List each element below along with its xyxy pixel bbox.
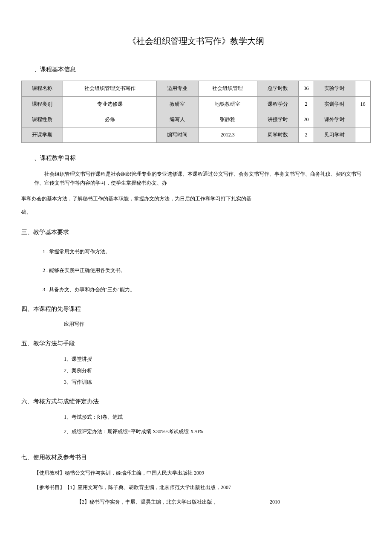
cell-label: 总学时数 bbox=[257, 81, 298, 96]
section5-heading: 五、教学方法与手段 bbox=[21, 339, 371, 348]
cell-value: 社会组织管理文书写作 bbox=[63, 81, 157, 96]
section2-para2: 事和办会的基本方法，了解秘书工作的基本职能，掌握办文的方法，为日后的工作和学习打… bbox=[21, 194, 371, 204]
cell-label: 课程学分 bbox=[257, 96, 298, 112]
section5-item1: 1、课堂讲授 bbox=[64, 355, 371, 363]
cell-value: 36 bbox=[299, 81, 314, 96]
cell-label: 实训学时 bbox=[314, 96, 355, 112]
section4-content: 应用写作 bbox=[64, 320, 371, 328]
cell-value: 社会组织管理 bbox=[198, 81, 257, 96]
ref2-text: 【2】秘书写作实务，李展、温昊主编，北京大学出版社出版， bbox=[77, 499, 217, 505]
document-title: 《社会组织管理文书写作》教学大纲 bbox=[21, 34, 371, 48]
course-info-table: 课程名称 社会组织管理文书写作 适用专业 社会组织管理 总学时数 36 实验学时… bbox=[21, 81, 371, 143]
cell-label: 适用专业 bbox=[157, 81, 198, 96]
section1-heading: 、课程基本信息 bbox=[21, 65, 371, 74]
cell-label: 见习学时 bbox=[314, 127, 355, 142]
cell-value: 必修 bbox=[63, 112, 157, 127]
cell-value bbox=[355, 112, 371, 127]
cell-value: 2 bbox=[299, 96, 314, 112]
section6-item1: 1、考试形式：闭卷、笔试 bbox=[64, 413, 371, 421]
cell-value: 20 bbox=[299, 112, 314, 127]
cell-value: 专业选修课 bbox=[63, 96, 157, 112]
cell-value: 地铁教研室 bbox=[198, 96, 257, 112]
cell-value bbox=[63, 127, 157, 142]
cell-label: 开课学期 bbox=[22, 127, 63, 142]
cell-value: 张静雅 bbox=[198, 112, 257, 127]
section3-heading: 三、教学基本要求 bbox=[21, 228, 371, 237]
table-row: 课程名称 社会组织管理文书写作 适用专业 社会组织管理 总学时数 36 实验学时 bbox=[22, 81, 371, 96]
cell-label: 课程性质 bbox=[22, 112, 63, 127]
section5-item2: 2、案例分析 bbox=[64, 367, 371, 375]
section2-heading: 、课程教学目标 bbox=[21, 153, 371, 163]
section6-heading: 六、考核方式与成绩评定办法 bbox=[21, 397, 371, 406]
section7-textbook: 【使用教材】秘书公文写作与实训，姬瑞环主编，中国人民大学出版社 2009 bbox=[34, 469, 371, 477]
table-row: 课程性质 必修 编写人 张静雅 讲授学时 20 课外学时 bbox=[22, 112, 371, 127]
section7-ref1: 【参考书目】【1】应用文写作，陈子典、胡欣育主编，北京师范大学出版社出版，200… bbox=[34, 484, 371, 492]
cell-value bbox=[355, 81, 371, 96]
cell-label: 编写时间 bbox=[157, 127, 198, 142]
section5-item3: 3、写作训练 bbox=[64, 378, 371, 386]
section7-ref2: 【2】秘书写作实务，李展、温昊主编，北京大学出版社出版， 2010 bbox=[77, 498, 371, 506]
cell-label: 周学时数 bbox=[257, 127, 298, 142]
table-row: 开课学期 编写时间 2012.3 周学时数 2 见习学时 bbox=[22, 127, 371, 142]
cell-label: 教研室 bbox=[157, 96, 198, 112]
section4-heading: 四、本课程的先导课程 bbox=[21, 304, 371, 314]
cell-value bbox=[355, 127, 371, 142]
section3-item1: 1 . 掌握常用文书的写作方法。 bbox=[43, 248, 371, 256]
section6-item2: 2、成绩评定办法：期评成绩=平时成绩 X30%+考试成绩 X70% bbox=[64, 428, 371, 436]
table-row: 课程类别 专业选修课 教研室 地铁教研室 课程学分 2 实训学时 16 bbox=[22, 96, 371, 112]
ref2-year: 2010 bbox=[270, 498, 280, 506]
cell-label: 课外学时 bbox=[314, 112, 355, 127]
section2-para1: 社会组织管理文书写作课程是社会组织管理专业的专业选修课。本课程通过公文写作、会务… bbox=[34, 170, 371, 188]
cell-label: 课程名称 bbox=[22, 81, 63, 96]
cell-label: 课程类别 bbox=[22, 96, 63, 112]
section3-item3: 3 . 具备办文、办事和办会的"三办"能力。 bbox=[43, 286, 371, 294]
cell-label: 实验学时 bbox=[314, 81, 355, 96]
section7-heading: 七、使用教材及参考书目 bbox=[21, 453, 371, 462]
cell-label: 讲授学时 bbox=[257, 112, 298, 127]
cell-value: 16 bbox=[355, 96, 371, 112]
cell-value: 2 bbox=[299, 127, 314, 142]
cell-value: 2012.3 bbox=[198, 127, 257, 142]
section3-item2: 2 . 能够在实践中正确使用各类文书。 bbox=[43, 266, 371, 275]
cell-label: 编写人 bbox=[157, 112, 198, 127]
section2-para3: 础。 bbox=[21, 208, 371, 217]
